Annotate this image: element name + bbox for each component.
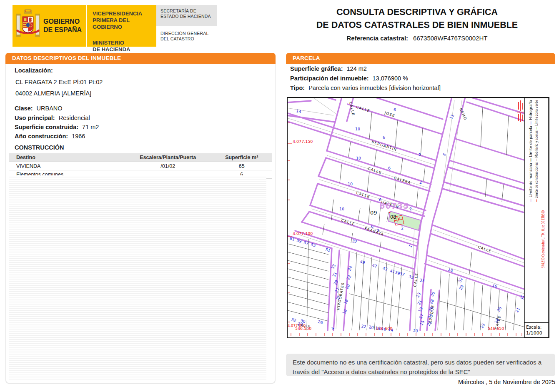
clase-value: URBANO <box>37 105 63 112</box>
ano-label: Año construcción: <box>15 133 68 140</box>
secretaria-box: SECRETARÍA DE ESTADO DE HACIENDA DIRECCI… <box>156 5 217 47</box>
field-uso-principal: Uso principal:Residencial <box>15 115 90 121</box>
superficie-label: Superficie construida: <box>15 124 78 130</box>
map-label: 6 <box>379 197 381 202</box>
table-row: VIVIENDA /01/02 65 <box>9 162 272 170</box>
table-header-row: Destino Escalera/Planta/Puerta Superfici… <box>9 153 272 162</box>
map-label: IV <box>396 217 400 221</box>
map-label: 18 <box>375 325 381 331</box>
map-label: 10 <box>355 127 360 131</box>
document-date: Miércoles , 5 de Noviembre de 2025 <box>286 379 555 385</box>
tipo-value: Parcela con varios inmuebles [division h… <box>308 85 441 91</box>
map-label: 22 <box>361 324 367 329</box>
field-participacion: Participación del inmueble:13,076900 % <box>290 75 408 82</box>
map-label: 09 <box>370 210 377 216</box>
field-ano-construccion: Año construcción:1966 <box>15 133 85 140</box>
empty-table-rows <box>9 175 266 380</box>
col-escalera: Escalera/Planta/Puerta <box>125 153 211 162</box>
map-label: 6 <box>383 135 385 140</box>
field-tipo: Tipo:Parcela con varios inmuebles [divis… <box>290 85 441 91</box>
ministerio-label: MINISTERIO DE HACIENDA <box>93 40 156 53</box>
cadastral-map: CALLECALLEJOSEBERGANTINCALLEGALERACALLEG… <box>287 97 549 338</box>
map-label: 2 <box>419 152 421 157</box>
construccion-title: CONSTRUCCIÓN <box>15 144 64 151</box>
map-label: 20 <box>368 325 374 330</box>
map-label: 6 <box>394 107 396 112</box>
vicepresidencia-label: VICEPRESIDENCIA PRIMERA DEL GOBIERNO <box>93 10 156 30</box>
participacion-value: 13,076900 % <box>373 75 408 82</box>
map-label: 546.650 <box>488 326 504 331</box>
legend-column: — Límite de manzana — Límite de parcela … <box>529 100 533 202</box>
document-title-line2: DE DATOS CATASTRALES DE BIEN INMUEBLE <box>275 19 559 32</box>
cell-superficie: 65 <box>211 162 272 170</box>
map-label: 16 <box>381 326 387 332</box>
logo-gobierno-box: GOBIERNO DE ESPAÑA <box>13 5 86 47</box>
secretaria-label: SECRETARÍA DE ESTADO DE HACIENDA <box>160 8 213 19</box>
direccion-catastro-label: DIRECCIÓN GENERAL DEL CATASTRO <box>160 31 213 42</box>
localizacion-label: Localización: <box>15 67 53 74</box>
cell-escalera: /01/02 <box>125 162 211 170</box>
logo-ministerio-box: VICEPRESIDENCIA PRIMERA DEL GOBIERNO MIN… <box>87 5 156 47</box>
field-clase: Clase:URBANO <box>15 105 63 112</box>
clase-label: Clase: <box>15 105 33 112</box>
map-label: 14 <box>388 327 394 332</box>
uso-label: Uso principal: <box>15 115 55 121</box>
map-label: 2 <box>401 226 404 230</box>
tipo-label: Tipo: <box>290 85 305 91</box>
escala-value: 1/1000 <box>526 330 542 336</box>
cell-destino: VIVIENDA <box>9 162 125 170</box>
map-label: 2 <box>409 207 412 211</box>
document-title-block: CONSULTA DESCRIPTIVA Y GRÁFICA DE DATOS … <box>275 6 559 42</box>
participacion-label: Participación del inmueble: <box>290 75 369 82</box>
map-label: 08 <box>390 214 396 220</box>
superficie-grafica-value: 124 m2 <box>347 65 367 72</box>
map-label: 6 <box>371 224 374 229</box>
map-label: 2 <box>419 180 422 185</box>
document-title-line1: CONSULTA DESCRIPTIVA Y GRÁFICA <box>275 6 559 19</box>
ano-value: 1966 <box>72 133 85 140</box>
parcela-header: PARCELA <box>286 53 555 64</box>
map-label: 10 <box>356 156 361 160</box>
col-destino: Destino <box>9 153 125 162</box>
map-label: 546.550 <box>295 326 311 331</box>
utm-coordinates-note: 546,650 Coordenadas U.T.M. Huso 30 ETRS8… <box>541 210 545 268</box>
map-label: 4.077.100 <box>293 231 313 236</box>
construccion-table: Destino Escalera/Planta/Puerta Superfici… <box>9 153 272 179</box>
referencia-label: Referencia catastral: <box>346 35 408 42</box>
map-label: 10 <box>339 207 344 211</box>
map-label: 10 <box>348 182 353 186</box>
col-superficie: Superficie m² <box>211 153 272 162</box>
map-label: 10 <box>413 328 419 333</box>
uso-value: Residencial <box>59 115 90 121</box>
map-label: 4.077.150 <box>293 139 313 144</box>
address-line2: 04002 ALMERIA [ALMERÍA] <box>15 90 91 97</box>
field-superficie-grafica: Superficie gráfica:124 m2 <box>290 65 367 72</box>
map-label: 66735 <box>379 201 409 210</box>
superficie-grafica-label: Superficie gráfica: <box>290 65 343 72</box>
disclaimer-note: Este documento no es una certificación c… <box>286 354 555 376</box>
map-label: 3 <box>377 228 379 233</box>
cadastral-document-page: { "header": { "logo": { "gobierno_line1"… <box>0 0 559 392</box>
datos-descriptivos-header: DATOS DESCRIPTIVOS DEL INMUEBLE <box>5 53 276 64</box>
referencia-value: 6673508WF4767S0002HT <box>413 35 487 42</box>
address-line1: CL FRAGATA 2 Es:E Pl:01 Pt:02 <box>15 79 103 85</box>
spain-coat-of-arms-icon <box>16 8 40 44</box>
legend-column: — Límite de construcciones — Mobiliario … <box>534 100 539 202</box>
superficie-value: 71 m2 <box>82 124 99 130</box>
map-label: 6 <box>388 166 391 170</box>
gobierno-espana-label: GOBIERNO DE ESPAÑA <box>43 17 82 34</box>
field-superficie-construida: Superficie construida:71 m2 <box>15 124 99 130</box>
escala-label: Escala: <box>526 325 541 330</box>
referencia-catastral: Referencia catastral:6673508WF4767S0002H… <box>275 35 559 42</box>
